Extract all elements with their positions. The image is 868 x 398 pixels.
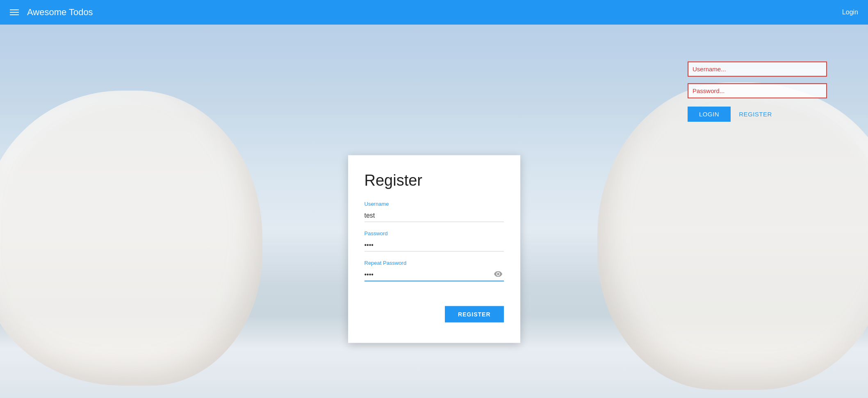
- navbar: Awesome Todos Login: [0, 0, 868, 25]
- login-button[interactable]: LOGIN: [688, 107, 731, 122]
- register-password-input[interactable]: [365, 239, 504, 251]
- repeat-password-label: Repeat Password: [365, 259, 504, 266]
- username-group: Username: [365, 200, 504, 222]
- username-label: Username: [365, 200, 504, 207]
- repeat-password-wrapper: [365, 268, 504, 281]
- bear-left: [0, 91, 262, 386]
- login-password-input[interactable]: [688, 83, 827, 98]
- toggle-password-visibility-icon[interactable]: [494, 271, 502, 278]
- register-repeat-password-input[interactable]: [365, 268, 504, 281]
- repeat-password-group: Repeat Password: [365, 259, 504, 281]
- login-nav-link[interactable]: Login: [842, 9, 858, 16]
- app-title: Awesome Todos: [27, 7, 842, 18]
- password-label: Password: [365, 230, 504, 236]
- register-submit-button[interactable]: REGISTER: [445, 306, 504, 322]
- menu-icon[interactable]: [10, 9, 19, 15]
- login-panel: LOGIN REGISTER: [688, 61, 827, 122]
- background: LOGIN REGISTER Register Username Passwor…: [0, 25, 868, 398]
- register-nav-link[interactable]: REGISTER: [739, 111, 772, 118]
- bear-right: [597, 82, 868, 390]
- login-button-group: LOGIN REGISTER: [688, 107, 827, 122]
- password-group: Password: [365, 230, 504, 251]
- register-username-input[interactable]: [365, 209, 504, 222]
- register-footer: REGISTER: [365, 306, 504, 322]
- login-username-input[interactable]: [688, 61, 827, 77]
- register-dialog: Register Username Password Repeat Passwo…: [348, 155, 520, 343]
- register-title: Register: [365, 171, 504, 189]
